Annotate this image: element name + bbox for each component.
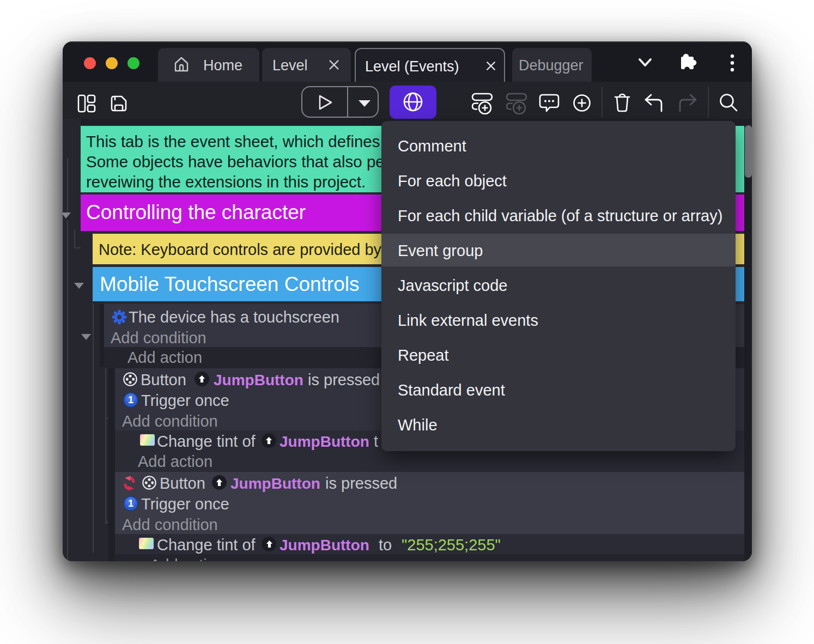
svg-text:1: 1 [128, 498, 133, 509]
svg-text:1: 1 [128, 394, 133, 405]
